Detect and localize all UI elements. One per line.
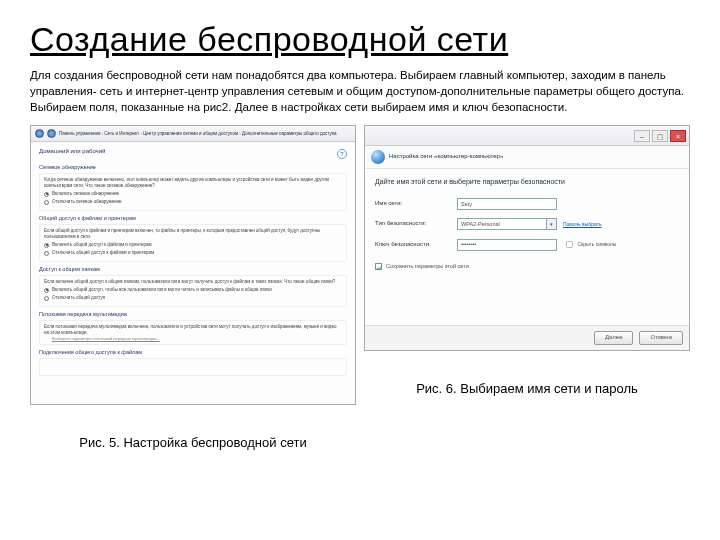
input-security-key[interactable]: •••••••• [457,239,557,251]
help-choose-link[interactable]: Помочь выбрать [563,221,602,228]
caption-fig6: Рис. 6. Выбираем имя сети и пароль [364,381,690,396]
next-button[interactable]: Далее [594,331,634,345]
radio-share-on[interactable] [44,243,49,248]
hide-chars-checkbox[interactable] [566,242,573,249]
label-security-type: Тип безопасности: [375,220,457,228]
caption-fig5: Рис. 5. Настройка беспроводной сети [30,435,356,450]
section-network-discovery: Сетевое обнаружение [39,164,347,171]
wizard-titlebar: – ▢ × [365,126,689,146]
close-button[interactable]: × [670,130,686,142]
wizard-prompt: Дайте имя этой сети и выберите параметры… [375,177,679,186]
help-icon[interactable]: ? [337,149,347,159]
radio-public-off[interactable] [44,296,49,301]
figure-5: Панель управления › Сеть и Интернет › Це… [30,125,356,450]
save-params-label: Сохранить параметры этой сети [386,263,469,270]
intro-text: Для создания беспроводной сети нам понад… [30,67,690,115]
radio-discovery-on[interactable] [44,192,49,197]
profile-heading: Домашний или рабочий [39,148,105,156]
maximize-button[interactable]: ▢ [652,130,668,142]
minimize-button[interactable]: – [634,130,650,142]
figure-6: – ▢ × Настройка сети «компьютер-компьюте… [364,125,690,450]
section-public-folders: Доступ к общим папкам [39,266,347,273]
section-file-printer-sharing: Общий доступ к файлам и принтерам [39,215,347,222]
save-params-checkbox[interactable] [375,263,382,270]
network-globe-icon [371,150,385,164]
forward-icon[interactable] [47,129,56,138]
chevron-down-icon[interactable]: ▾ [547,218,557,230]
select-security-type[interactable]: WPA2-Personal ▾ [457,218,557,230]
label-network-name: Имя сети: [375,200,457,208]
label-security-key: Ключ безопасности: [375,241,457,249]
section-file-connections: Подключения общего доступа к файлам [39,349,347,356]
input-network-name[interactable]: Sety [457,198,557,210]
explorer-titlebar: Панель управления › Сеть и Интернет › Це… [31,126,355,142]
wizard-title: Настройка сети «компьютер-компьютер» [389,153,503,161]
breadcrumb[interactable]: Панель управления › Сеть и Интернет › Це… [59,131,337,137]
media-streaming-link[interactable]: Выберите параметры потоковой передачи му… [52,336,342,341]
page-title: Создание беспроводной сети [30,20,690,59]
cancel-button[interactable]: Отмена [639,331,683,345]
radio-share-off[interactable] [44,251,49,256]
section-media-streaming: Потоковая передача мультимедиа [39,311,347,318]
radio-public-on[interactable] [44,288,49,293]
radio-discovery-off[interactable] [44,200,49,205]
screenshot-sharing-settings: Панель управления › Сеть и Интернет › Це… [30,125,356,405]
screenshot-adhoc-wizard: – ▢ × Настройка сети «компьютер-компьюте… [364,125,690,351]
back-icon[interactable] [35,129,44,138]
figures-row: Панель управления › Сеть и Интернет › Це… [30,125,690,450]
